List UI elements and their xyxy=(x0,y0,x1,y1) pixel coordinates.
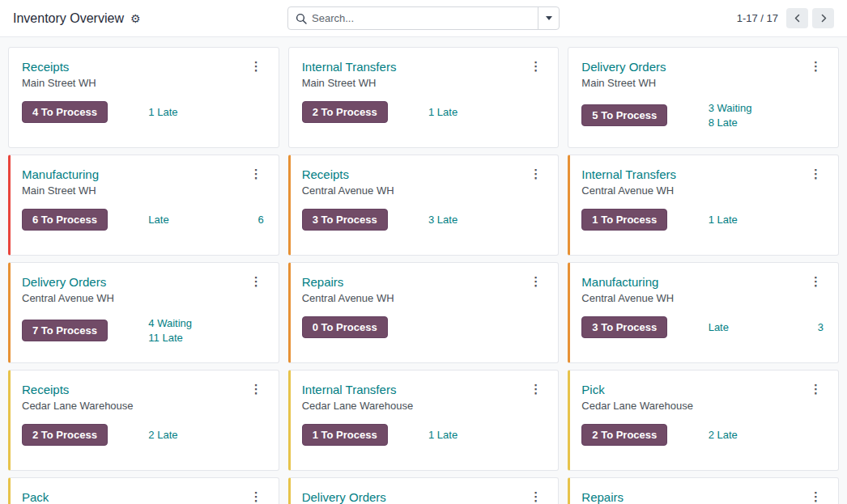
to-process-button[interactable]: 3 To Process xyxy=(581,316,667,338)
search-icon xyxy=(288,13,312,24)
kebab-menu-icon[interactable]: ⋮ xyxy=(247,274,266,289)
operation-type-title[interactable]: Internal Transfers xyxy=(581,167,676,183)
late-link[interactable]: 1 Late xyxy=(709,213,825,227)
late-link[interactable]: 1 Late xyxy=(148,105,265,119)
operation-type-title[interactable]: Receipts xyxy=(22,59,96,75)
pager-next-button[interactable] xyxy=(812,8,834,28)
kanban-card[interactable]: Delivery Orders Central Avenue WH ⋮ 7 To… xyxy=(8,262,279,363)
warehouse-name: Central Avenue WH xyxy=(581,183,676,198)
late-count[interactable]: 6 xyxy=(258,214,263,226)
warehouse-name: Main Street WH xyxy=(22,75,96,91)
warehouse-name: Central Avenue WH xyxy=(581,290,674,306)
to-process-button[interactable]: 0 To Process xyxy=(302,316,388,338)
kanban-card[interactable]: Receipts Cedar Lane Warehouse ⋮ 2 To Pro… xyxy=(8,370,279,471)
kebab-menu-icon[interactable]: ⋮ xyxy=(807,382,825,396)
operation-type-title[interactable]: Repairs xyxy=(581,489,624,504)
late-link[interactable]: Late xyxy=(148,213,168,227)
kebab-menu-icon[interactable]: ⋮ xyxy=(526,382,545,396)
kebab-menu-icon[interactable]: ⋮ xyxy=(807,167,825,181)
gear-icon[interactable]: ⚙ xyxy=(130,13,141,24)
kebab-menu-icon[interactable]: ⋮ xyxy=(526,167,545,181)
late-link[interactable]: 2 Late xyxy=(148,428,265,442)
kanban-card[interactable]: Receipts Main Street WH ⋮ 4 To Process 1… xyxy=(8,47,279,148)
warehouse-name: Cedar Lane Warehouse xyxy=(302,398,414,413)
operation-type-title[interactable]: Delivery Orders xyxy=(302,489,386,504)
kanban-card[interactable]: Internal Transfers Cedar Lane Warehouse … xyxy=(288,370,560,471)
kebab-menu-icon[interactable]: ⋮ xyxy=(247,382,266,396)
to-process-button[interactable]: 1 To Process xyxy=(302,424,388,446)
pager-prev-button[interactable] xyxy=(786,8,808,28)
operation-type-title[interactable]: Repairs xyxy=(302,274,394,290)
warehouse-name: Main Street WH xyxy=(302,75,397,91)
kanban-card[interactable]: Internal Transfers Main Street WH ⋮ 2 To… xyxy=(288,47,560,148)
warehouse-name: Main Street WH xyxy=(581,75,666,91)
to-process-button[interactable]: 4 To Process xyxy=(22,101,108,123)
kanban-card[interactable]: Pick Cedar Lane Warehouse ⋮ 2 To Process… xyxy=(568,370,839,471)
waiting-link[interactable]: 4 Waiting xyxy=(148,316,265,330)
late-link[interactable]: 11 Late xyxy=(148,331,265,345)
operation-type-title[interactable]: Delivery Orders xyxy=(22,274,114,290)
to-process-button[interactable]: 1 To Process xyxy=(581,209,667,231)
search-input[interactable] xyxy=(312,12,538,24)
search-dropdown-toggle[interactable] xyxy=(538,7,559,29)
kebab-menu-icon[interactable]: ⋮ xyxy=(807,489,825,504)
kanban-card[interactable]: Pack ⋮ xyxy=(8,477,279,504)
operation-type-title[interactable]: Receipts xyxy=(22,382,134,398)
late-link[interactable]: Late xyxy=(709,320,729,334)
page-title: Inventory Overview xyxy=(13,11,124,26)
late-link[interactable]: 3 Late xyxy=(428,213,545,227)
kebab-menu-icon[interactable]: ⋮ xyxy=(807,274,825,289)
kebab-menu-icon[interactable]: ⋮ xyxy=(526,489,545,504)
to-process-button[interactable]: 6 To Process xyxy=(22,209,108,231)
operation-type-title[interactable]: Pack xyxy=(22,489,49,504)
kanban-grid: Receipts Main Street WH ⋮ 4 To Process 1… xyxy=(0,37,847,504)
late-link[interactable]: 1 Late xyxy=(428,105,545,119)
operation-type-title[interactable]: Manufacturing xyxy=(22,167,99,183)
kanban-card[interactable]: Repairs ⋮ xyxy=(568,477,839,504)
to-process-button[interactable]: 2 To Process xyxy=(22,424,108,446)
operation-type-title[interactable]: Pick xyxy=(581,382,693,398)
kebab-menu-icon[interactable]: ⋮ xyxy=(247,59,266,74)
kanban-card[interactable]: Delivery Orders ⋮ xyxy=(288,477,560,504)
waiting-link[interactable]: 3 Waiting xyxy=(709,101,825,115)
late-link[interactable]: 2 Late xyxy=(709,428,825,442)
kebab-menu-icon[interactable]: ⋮ xyxy=(247,167,266,181)
to-process-button[interactable]: 2 To Process xyxy=(581,424,667,446)
kanban-card[interactable]: Delivery Orders Main Street WH ⋮ 5 To Pr… xyxy=(568,47,839,148)
kanban-card[interactable]: Receipts Central Avenue WH ⋮ 3 To Proces… xyxy=(288,155,560,256)
kebab-menu-icon[interactable]: ⋮ xyxy=(526,274,545,289)
search-bar[interactable] xyxy=(287,6,560,30)
pager-range: 1-17 / 17 xyxy=(737,12,778,24)
kanban-card[interactable]: Manufacturing Main Street WH ⋮ 6 To Proc… xyxy=(8,155,279,256)
operation-type-title[interactable]: Manufacturing xyxy=(581,274,674,290)
operation-type-title[interactable]: Internal Transfers xyxy=(302,59,397,75)
kanban-card[interactable]: Repairs Central Avenue WH ⋮ 0 To Process xyxy=(288,262,560,363)
late-link[interactable]: 1 Late xyxy=(428,428,545,442)
kebab-menu-icon[interactable]: ⋮ xyxy=(807,59,825,74)
to-process-button[interactable]: 7 To Process xyxy=(22,320,108,341)
operation-type-title[interactable]: Internal Transfers xyxy=(302,382,414,398)
to-process-button[interactable]: 2 To Process xyxy=(302,101,388,123)
chevron-left-icon xyxy=(794,14,802,23)
chevron-right-icon xyxy=(819,14,828,23)
late-link[interactable]: 8 Late xyxy=(709,116,825,129)
caret-down-icon xyxy=(546,16,552,20)
kebab-menu-icon[interactable]: ⋮ xyxy=(526,59,545,74)
top-bar: Inventory Overview ⚙ 1-17 / 17 xyxy=(0,0,847,37)
warehouse-name: Cedar Lane Warehouse xyxy=(581,398,693,413)
kanban-card[interactable]: Internal Transfers Central Avenue WH ⋮ 1… xyxy=(568,155,839,256)
operation-type-title[interactable]: Delivery Orders xyxy=(581,59,666,75)
to-process-button[interactable]: 5 To Process xyxy=(581,104,667,126)
warehouse-name: Main Street WH xyxy=(22,183,99,198)
warehouse-name: Cedar Lane Warehouse xyxy=(22,398,134,413)
kebab-menu-icon[interactable]: ⋮ xyxy=(247,489,266,504)
warehouse-name: Central Avenue WH xyxy=(302,290,394,306)
to-process-button[interactable]: 3 To Process xyxy=(302,209,388,231)
kanban-card[interactable]: Manufacturing Central Avenue WH ⋮ 3 To P… xyxy=(568,262,839,363)
late-count[interactable]: 3 xyxy=(818,321,824,333)
operation-type-title[interactable]: Receipts xyxy=(302,167,394,183)
warehouse-name: Central Avenue WH xyxy=(302,183,394,198)
warehouse-name: Central Avenue WH xyxy=(22,290,114,306)
